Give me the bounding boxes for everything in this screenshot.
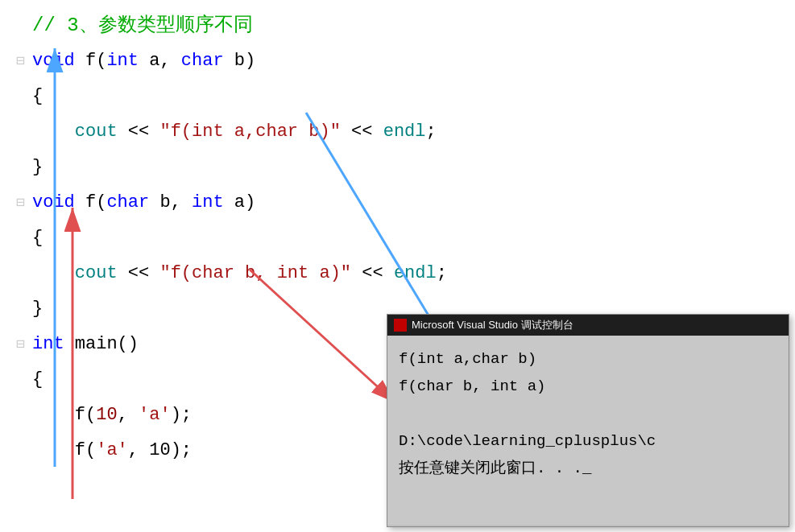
indent-2 — [32, 256, 75, 291]
comment-text: // 3、参数类型顺序不同 — [32, 8, 253, 43]
vs-icon — [394, 319, 407, 332]
param-a-2: a) — [224, 185, 256, 221]
cout-2: cout — [75, 256, 118, 291]
semi-1: ; — [426, 114, 437, 150]
comment-line: // 3、参数类型顺序不同 — [16, 8, 795, 43]
cout-1: cout — [75, 114, 118, 150]
kw-char-1: char — [181, 43, 224, 79]
semi-2: ; — [437, 256, 447, 291]
func-name-2: f( — [75, 185, 107, 221]
code-line-1: ⊟ void f(int a, char b) — [16, 43, 795, 79]
op-2: << — [341, 114, 383, 150]
kw-int-1: int — [106, 43, 139, 79]
code-line-8: cout << "f(char b, int a)" << endl; — [16, 256, 795, 291]
kw-void-2: void — [32, 185, 75, 221]
op-3: << — [118, 256, 160, 291]
console-line-4: D:\code\learning_cplusplus\c — [399, 427, 777, 455]
call-1-end: ); — [171, 398, 192, 433]
console-line-2: f(char b, int a) — [399, 373, 777, 400]
code-line-7: { — [16, 221, 795, 256]
gutter-1: ⊟ — [16, 43, 29, 79]
main-func: main() — [64, 327, 139, 362]
param-a-1: a, — [139, 43, 181, 79]
call-1-prefix: f( — [32, 398, 96, 433]
console-line-3 — [399, 400, 777, 427]
lit-a-1: 'a' — [139, 398, 171, 433]
console-title: Microsoft Visual Studio 调试控制台 — [412, 318, 573, 332]
brace-open-2: { — [32, 221, 43, 256]
console-window: Microsoft Visual Studio 调试控制台 f(int a,ch… — [387, 314, 789, 527]
call-2-prefix: f( — [32, 433, 96, 468]
param-b-2: b, — [149, 185, 192, 221]
console-body: f(int a,char b) f(char b, int a) D:\code… — [387, 336, 789, 525]
code-line-4: } — [16, 150, 795, 185]
lit-10: 10 — [96, 398, 117, 433]
str-1: "f(int a,char b)" — [159, 114, 340, 150]
kw-char-2: char — [106, 185, 149, 221]
console-line-5: 按任意键关闭此窗口. . ._ — [399, 455, 777, 482]
brace-open-1: { — [32, 79, 43, 114]
op-1: << — [118, 114, 160, 150]
op-4: << — [351, 256, 394, 291]
indent-1 — [32, 114, 75, 150]
brace-open-3: { — [32, 362, 43, 398]
code-line-3: cout << "f(int a,char b)" << endl; — [16, 114, 795, 150]
gutter-12: ⊟ — [16, 327, 29, 362]
brace-close-1: } — [32, 150, 43, 185]
func-name-1: f( — [85, 43, 106, 79]
code-line-6: ⊟ void f(char b, int a) — [16, 185, 795, 221]
code-line-2: { — [16, 79, 795, 114]
kw-void-1: void — [32, 43, 85, 79]
endl-2: endl — [394, 256, 437, 291]
console-titlebar: Microsoft Visual Studio 调试控制台 — [387, 315, 789, 336]
gutter-6: ⊟ — [16, 185, 29, 221]
call-2-end: , 10); — [128, 433, 192, 468]
brace-close-2: } — [32, 291, 43, 327]
kw-int-2: int — [192, 185, 224, 221]
lit-a-2: 'a' — [96, 433, 128, 468]
console-line-1: f(int a,char b) — [399, 345, 777, 373]
call-1-comma: , — [118, 398, 139, 433]
endl-1: endl — [383, 114, 426, 150]
param-b-1: b) — [224, 43, 256, 79]
str-2: "f(char b, int a)" — [159, 256, 351, 291]
kw-int-main: int — [32, 327, 64, 362]
